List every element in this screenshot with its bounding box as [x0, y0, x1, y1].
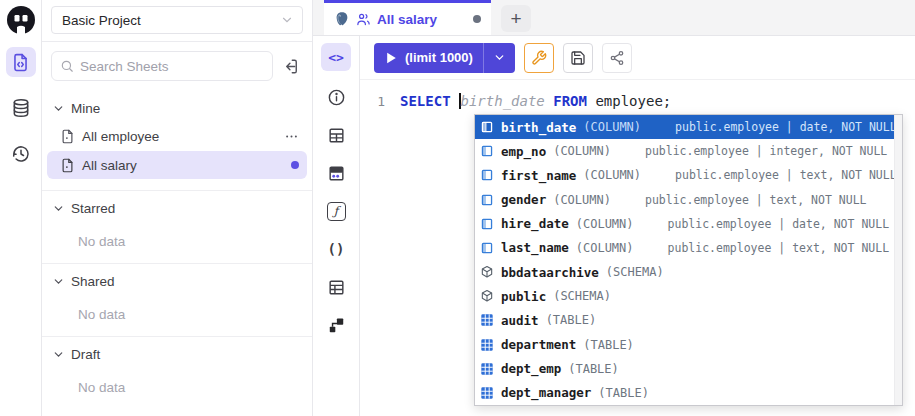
- info-button[interactable]: [321, 83, 351, 111]
- section-mine-header[interactable]: Mine: [42, 95, 312, 121]
- table-grid-icon: [327, 126, 346, 145]
- run-main[interactable]: (limit 1000): [374, 43, 483, 73]
- share-button[interactable]: [602, 43, 632, 73]
- sheet-item-all-employee[interactable]: All employee: [47, 122, 307, 150]
- code-line-1: 1 SELECT birth_date FROM employee;: [360, 80, 915, 111]
- column-icon: [480, 217, 494, 231]
- table-icon: [480, 386, 494, 400]
- run-query-button[interactable]: (limit 1000): [374, 43, 515, 73]
- autocomplete-item[interactable]: audit (TABLE): [475, 308, 894, 332]
- info-circle-icon: [327, 88, 346, 107]
- sql-keyword: SELECT: [400, 93, 459, 109]
- autocomplete-item[interactable]: bbdataarchive (SCHEMA): [475, 260, 894, 284]
- line-number: 1: [360, 92, 400, 111]
- section-shared: Shared No data: [42, 263, 312, 336]
- search-row: [42, 42, 312, 87]
- autocomplete-item[interactable]: department (TABLE): [475, 333, 894, 357]
- app-rail: [0, 0, 42, 416]
- history-clock-icon: [11, 144, 31, 164]
- autocomplete-item[interactable]: gender (COLUMN) public.employee | text, …: [475, 188, 894, 212]
- sql-text: employee;: [587, 93, 671, 109]
- editor-toolbar: (limit 1000): [360, 36, 915, 80]
- schema-icon: [480, 265, 494, 279]
- save-button[interactable]: [563, 43, 593, 73]
- wrench-icon: [531, 50, 547, 66]
- search-box: [51, 51, 273, 81]
- section-label: Shared: [71, 274, 115, 289]
- ghost-suggestion: birth_date: [461, 93, 545, 109]
- schema-diagram-button[interactable]: [321, 311, 351, 339]
- database-icon: [11, 98, 31, 118]
- postgresql-icon: [334, 11, 350, 27]
- empty-state: No data: [42, 229, 312, 253]
- sheet-file-icon: [60, 158, 75, 173]
- parentheses-icon: (): [328, 241, 345, 257]
- views-button[interactable]: [321, 273, 351, 301]
- editor-column: (limit 1000): [360, 36, 915, 416]
- function-icon: ƒ: [327, 202, 346, 221]
- more-actions-icon[interactable]: [284, 129, 299, 144]
- sheet-code-icon: [11, 53, 30, 72]
- autocomplete-item[interactable]: last_name (COLUMN) public.employee | tex…: [475, 236, 894, 260]
- autocomplete-scrollbar[interactable]: [894, 115, 902, 405]
- section-label: Starred: [71, 201, 115, 216]
- bytebase-logo-icon[interactable]: [6, 5, 36, 35]
- table-data-button[interactable]: [321, 159, 351, 187]
- admin-wrench-button[interactable]: [524, 43, 554, 73]
- section-draft-header[interactable]: Draft: [42, 341, 312, 367]
- editor-icon-strip: <>: [313, 36, 360, 416]
- functions-button[interactable]: ƒ: [321, 197, 351, 225]
- rail-databases-button[interactable]: [6, 93, 36, 123]
- parameters-button[interactable]: (): [321, 235, 351, 263]
- chevron-down-icon: [52, 348, 65, 361]
- sheet-file-icon: [60, 129, 75, 144]
- rail-sheets-button[interactable]: [6, 47, 36, 77]
- tab-dirty-dot: [473, 15, 481, 23]
- autocomplete-item[interactable]: hire_date (COLUMN) public.employee | dat…: [475, 212, 894, 236]
- search-sheets-input[interactable]: [80, 59, 264, 74]
- autocomplete-item[interactable]: birth_date (COLUMN) public.employee | da…: [475, 115, 894, 139]
- autocomplete-item[interactable]: public (SCHEMA): [475, 284, 894, 308]
- column-icon: [480, 144, 494, 158]
- table-icon: [480, 313, 494, 327]
- section-label: Draft: [71, 347, 100, 362]
- autocomplete-item[interactable]: dept_manager (TABLE): [475, 381, 894, 405]
- rail-history-button[interactable]: [6, 139, 36, 169]
- sheet-item-all-salary[interactable]: All salary: [47, 151, 307, 179]
- column-icon: [480, 241, 494, 255]
- code-editor[interactable]: 1 SELECT birth_date FROM employee;: [360, 80, 915, 416]
- project-row: Basic Project: [42, 0, 312, 42]
- table-icon: [480, 362, 494, 376]
- sheets-sidebar: Basic Project: [42, 0, 313, 416]
- add-tab-button[interactable]: +: [501, 5, 531, 32]
- sql-editor-app: Basic Project: [0, 0, 915, 416]
- code-icon: <>: [328, 50, 344, 65]
- empty-state: No data: [42, 375, 312, 399]
- section-shared-header[interactable]: Shared: [42, 268, 312, 294]
- chevron-down-icon: [52, 275, 65, 288]
- column-icon: [480, 168, 494, 182]
- tables-button[interactable]: [321, 121, 351, 149]
- main-area: All salary + <>: [313, 0, 915, 416]
- autocomplete-item[interactable]: emp_no (COLUMN) public.employee | intege…: [475, 139, 894, 163]
- play-icon: [386, 52, 397, 64]
- worksheet-code-button[interactable]: <>: [321, 43, 351, 71]
- run-options-caret[interactable]: [483, 43, 515, 73]
- column-icon: [480, 193, 494, 207]
- autocomplete-item[interactable]: dept_emp (TABLE): [475, 357, 894, 381]
- sheet-item-label: All employee: [82, 129, 277, 144]
- unsaved-dot: [291, 161, 299, 169]
- table-icon: [480, 338, 494, 352]
- empty-state: No data: [42, 302, 312, 326]
- autocomplete-item[interactable]: first_name (COLUMN) public.employee | te…: [475, 163, 894, 187]
- batch-users-icon: [356, 12, 371, 27]
- section-starred-header[interactable]: Starred: [42, 195, 312, 221]
- editor-content: <>: [313, 36, 915, 416]
- sheet-item-label: All salary: [82, 158, 284, 173]
- import-sheet-icon[interactable]: [279, 54, 303, 78]
- schema-flow-icon: [327, 316, 346, 335]
- project-select[interactable]: Basic Project: [51, 6, 303, 34]
- section-mine: Mine All employee: [42, 91, 312, 190]
- tab-all-salary[interactable]: All salary: [324, 0, 491, 35]
- tab-label: All salary: [377, 12, 467, 27]
